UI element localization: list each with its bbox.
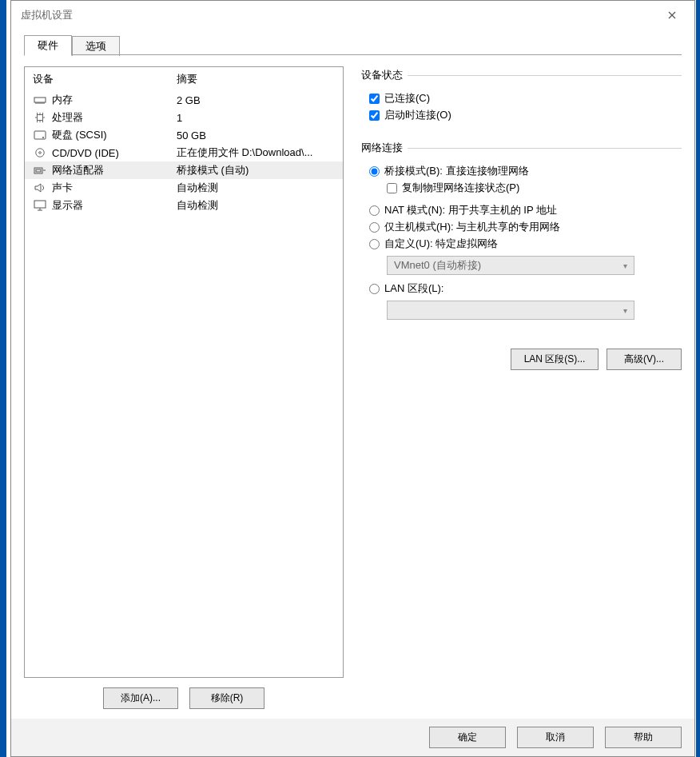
chevron-down-icon: ▾ [623,306,627,315]
custom-combo-value: VMnet0 (自动桥接) [394,258,481,273]
cancel-button[interactable]: 取消 [517,727,594,748]
hostonly-label: 仅主机模式(H): 与主机共享的专用网络 [384,220,560,234]
cd-icon [33,146,47,159]
tab-panel: 设备 摘要 内存 2 GB 处理器 [24,55,682,709]
device-summary: 50 GB [177,129,335,141]
remove-device-button[interactable]: 移除(R) [189,687,264,709]
device-row-cpu[interactable]: 处理器 1 [25,109,343,126]
bridged-radio-input[interactable] [369,166,380,177]
header-device: 设备 [33,72,177,86]
device-pane: 设备 摘要 内存 2 GB 处理器 [24,66,344,709]
add-device-button[interactable]: 添加(A)... [103,687,178,709]
device-state-group: 设备状态 已连接(C) 启动时连接(O) [361,68,682,125]
svg-point-5 [39,152,42,154]
device-summary: 自动检测 [177,181,335,195]
device-summary: 2 GB [177,94,335,106]
device-buttons: 添加(A)... 移除(R) [24,678,344,709]
tab-bar: 硬件 选项 [24,34,682,55]
lan-radio-input[interactable] [369,284,380,294]
custom-vmnet-combo: VMnet0 (自动桥接) ▾ [387,256,634,275]
checkbox-connected[interactable]: 已连接(C) [369,91,682,106]
group-title-device-state: 设备状态 [361,68,403,82]
bridged-label: 桥接模式(B): 直接连接物理网络 [384,164,529,178]
chevron-down-icon: ▾ [623,261,627,270]
titlebar: 虚拟机设置 [11,1,694,30]
lan-label: LAN 区段(L): [384,281,443,296]
background-left-stripe [0,0,6,757]
memory-icon [33,94,47,106]
radio-host-only[interactable]: 仅主机模式(H): 与主机共享的专用网络 [369,220,682,234]
device-row-sound[interactable]: 声卡 自动检测 [25,179,343,197]
checkbox-replicate-state[interactable]: 复制物理网络连接状态(P) [387,181,682,195]
window-title: 虚拟机设置 [21,8,73,22]
device-name: 声卡 [52,181,177,195]
connected-checkbox-input[interactable] [369,94,380,104]
svg-rect-1 [38,115,43,121]
sound-icon [33,181,47,194]
radio-nat[interactable]: NAT 模式(N): 用于共享主机的 IP 地址 [369,203,682,217]
help-button[interactable]: 帮助 [605,727,682,748]
network-extra-buttons: LAN 区段(S)... 高级(V)... [361,349,682,370]
hostonly-radio-input[interactable] [369,222,380,233]
svg-point-4 [36,149,45,157]
svg-rect-7 [36,169,41,172]
advanced-button[interactable]: 高级(V)... [607,349,682,370]
checkbox-connect-at-poweron[interactable]: 启动时连接(O) [369,108,682,122]
group-title-network: 网络连接 [361,141,403,155]
vm-settings-dialog: 虚拟机设置 硬件 选项 设备 摘要 [10,0,695,757]
display-icon [33,199,47,212]
device-row-cdrom[interactable]: CD/DVD (IDE) 正在使用文件 D:\Download\... [25,144,343,161]
cpu-icon [33,111,47,124]
device-summary: 1 [177,112,335,124]
device-row-memory[interactable]: 内存 2 GB [25,91,343,109]
header-summary: 摘要 [177,72,335,86]
device-name: 内存 [52,93,177,107]
radio-lan-segment[interactable]: LAN 区段(L): [369,281,682,296]
nic-icon [33,164,47,177]
network-connection-group: 网络连接 桥接模式(B): 直接连接物理网络 复制物理网络连接状态(P) [361,141,682,326]
svg-point-3 [42,137,44,138]
custom-label: 自定义(U): 特定虚拟网络 [384,237,498,251]
connected-label: 已连接(C) [384,91,430,106]
disk-icon [33,129,47,141]
lan-segments-button[interactable]: LAN 区段(S)... [511,349,599,370]
nat-label: NAT 模式(N): 用于共享主机的 IP 地址 [384,203,557,217]
device-row-display[interactable]: 显示器 自动检测 [25,197,343,214]
background-right-stripe [696,0,700,757]
nat-radio-input[interactable] [369,205,380,216]
svg-rect-8 [34,201,46,208]
tab-options[interactable]: 选项 [72,36,120,56]
device-summary: 桥接模式 (自动) [177,163,335,177]
dialog-body: 硬件 选项 设备 摘要 内存 2 GB [11,30,694,719]
replicate-checkbox-input[interactable] [387,183,397,193]
poweron-label: 启动时连接(O) [384,108,451,122]
device-name: 硬盘 (SCSI) [52,128,177,142]
device-row-disk[interactable]: 硬盘 (SCSI) 50 GB [25,126,343,144]
device-row-network[interactable]: 网络适配器 桥接模式 (自动) [25,161,343,179]
svg-rect-2 [34,131,46,139]
dialog-footer: 确定 取消 帮助 [11,719,694,756]
device-summary: 正在使用文件 D:\Download\... [177,145,335,160]
ok-button[interactable]: 确定 [429,727,506,748]
custom-radio-input[interactable] [369,239,380,249]
radio-custom[interactable]: 自定义(U): 特定虚拟网络 [369,237,682,251]
tab-hardware[interactable]: 硬件 [24,35,72,56]
device-name: CD/DVD (IDE) [52,147,177,159]
device-name: 处理器 [52,110,177,125]
device-name: 网络适配器 [52,163,177,177]
device-list-header: 设备 摘要 [25,67,343,91]
settings-pane: 设备状态 已连接(C) 启动时连接(O) [361,66,682,709]
poweron-checkbox-input[interactable] [369,110,380,121]
radio-bridged[interactable]: 桥接模式(B): 直接连接物理网络 [369,164,682,178]
device-summary: 自动检测 [177,198,335,213]
lan-segment-combo: ▾ [387,301,634,320]
device-list[interactable]: 设备 摘要 内存 2 GB 处理器 [24,66,344,678]
device-name: 显示器 [52,198,177,213]
replicate-label: 复制物理网络连接状态(P) [402,181,519,195]
close-button[interactable] [653,4,691,26]
svg-rect-0 [34,98,46,102]
